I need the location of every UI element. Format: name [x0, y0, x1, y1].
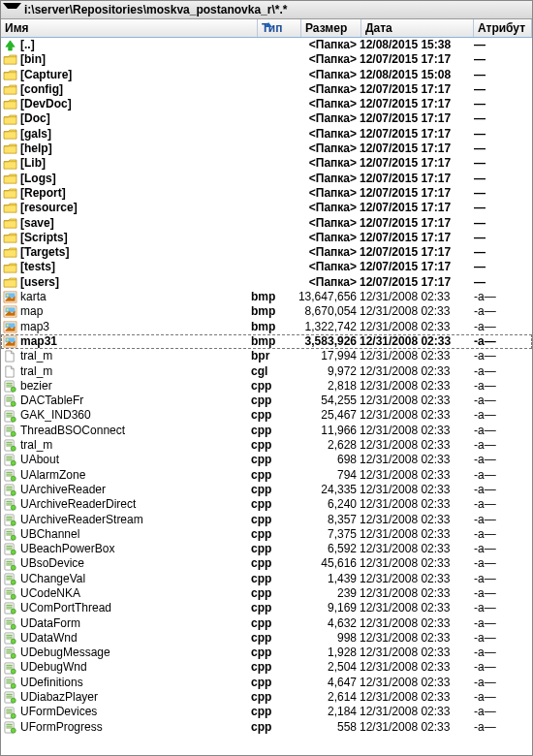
table-row[interactable]: UAlarmZonecpp79412/31/2008 02:33-a—: [1, 468, 532, 483]
svg-point-46: [11, 476, 16, 481]
file-ext: cpp: [251, 527, 297, 542]
table-row[interactable]: [Lib]<Папка>12/07/2015 17:17—: [1, 156, 532, 171]
svg-rect-48: [6, 487, 13, 488]
table-row[interactable]: [Doc]<Папка>12/07/2015 17:17—: [1, 111, 532, 126]
file-attr: -a—: [472, 690, 532, 705]
svg-rect-70: [6, 550, 13, 551]
svg-rect-110: [6, 668, 13, 669]
table-row[interactable]: UDefinitionscpp4,64712/31/2008 02:33-a—: [1, 676, 532, 690]
file-ext: bmp: [251, 334, 297, 349]
table-row[interactable]: [DevDoc]<Папка>12/07/2015 17:17—: [1, 97, 532, 111]
table-row[interactable]: UDebugWndcpp2,50412/31/2008 02:33-a—: [1, 660, 532, 675]
file-attr: -a—: [472, 483, 532, 497]
header-attr[interactable]: Атрибут: [474, 19, 532, 37]
table-row[interactable]: UFormProgresscpp55812/31/2008 02:33-a—: [1, 720, 532, 735]
file-size: 998: [297, 631, 360, 646]
file-date: 12/31/2008 02:33: [360, 705, 472, 719]
table-row[interactable]: ThreadBSOConnectcpp11,96612/31/2008 02:3…: [1, 424, 532, 438]
table-row[interactable]: tral_mcgl9,97212/31/2008 02:33-a—: [1, 364, 532, 379]
table-row[interactable]: [save]<Папка>12/07/2015 17:17—: [1, 216, 532, 231]
table-row[interactable]: [Report]<Папка>12/07/2015 17:17—: [1, 186, 532, 201]
table-row[interactable]: [tests]<Папка>12/07/2015 17:17—: [1, 260, 532, 274]
table-row[interactable]: UDataFormcpp4,63212/31/2008 02:33-a—: [1, 616, 532, 631]
table-row[interactable]: [Logs]<Папка>12/07/2015 17:17—: [1, 172, 532, 186]
file-date: 12/31/2008 02:33: [360, 646, 472, 660]
svg-point-5: [7, 309, 9, 311]
cpp-file-icon: [3, 587, 17, 600]
table-row[interactable]: [gals]<Папка>12/07/2015 17:17—: [1, 127, 532, 142]
header-size[interactable]: Размер: [301, 19, 361, 37]
file-size: <Папка>: [297, 111, 360, 126]
table-row[interactable]: UFormDevicescpp2,18412/31/2008 02:33-a—: [1, 705, 532, 719]
path-bar[interactable]: i:\server\Repositories\moskva_postanovka…: [1, 1, 532, 19]
cpp-file-icon: [3, 632, 17, 645]
file-name: map31: [20, 334, 57, 349]
file-attr: -a—: [472, 586, 532, 601]
file-name: [Doc]: [20, 111, 50, 126]
svg-rect-20: [6, 401, 13, 402]
table-row[interactable]: [..]<Папка>12/08/2015 15:38—: [1, 38, 532, 52]
svg-rect-60: [6, 520, 13, 520]
svg-rect-99: [6, 637, 13, 638]
file-ext: bmp: [251, 290, 297, 304]
file-date: 12/31/2008 02:33: [360, 483, 472, 497]
dropdown-icon[interactable]: [3, 3, 21, 17]
svg-point-21: [11, 402, 16, 407]
file-size: <Папка>: [297, 260, 360, 274]
file-attr: —: [472, 97, 532, 111]
table-row[interactable]: mapbmp8,670,05412/31/2008 02:33-a—: [1, 304, 532, 319]
file-date: 12/07/2015 17:17: [360, 127, 472, 142]
table-row[interactable]: [users]<Папка>12/07/2015 17:17—: [1, 275, 532, 290]
table-row[interactable]: GAK_IND360cpp25,46712/31/2008 02:33-a—: [1, 408, 532, 423]
table-row[interactable]: UChangeValcpp1,43912/31/2008 02:33-a—: [1, 572, 532, 586]
folder-icon: [3, 246, 17, 259]
svg-rect-25: [6, 416, 13, 417]
header-date[interactable]: Дата: [361, 19, 474, 37]
table-row[interactable]: UDebugMessagecpp1,92812/31/2008 02:33-a—: [1, 646, 532, 660]
table-row[interactable]: UDataWndcpp99812/31/2008 02:33-a—: [1, 631, 532, 646]
file-name: UArchiveReaderDirect: [20, 497, 136, 512]
table-row[interactable]: UArchiveReaderDirectcpp6,24012/31/2008 0…: [1, 497, 532, 512]
header-name[interactable]: Имя: [1, 19, 258, 37]
table-row[interactable]: [bin]<Папка>12/07/2015 17:17—: [1, 52, 532, 67]
file-date: 12/07/2015 17:17: [360, 156, 472, 171]
file-icon: [3, 350, 17, 362]
table-row[interactable]: map3bmp1,322,74212/31/2008 02:33-a—: [1, 320, 532, 334]
table-row[interactable]: [help]<Папка>12/07/2015 17:17—: [1, 142, 532, 156]
table-row[interactable]: UComPortThreadcpp9,16912/31/2008 02:33-a…: [1, 601, 532, 615]
table-row[interactable]: [Capture]<Папка>12/08/2015 15:08—: [1, 68, 532, 82]
table-row[interactable]: [Targets]<Папка>12/07/2015 17:17—: [1, 245, 532, 260]
table-row[interactable]: UBeachPowerBoxcpp6,59212/31/2008 02:33-a…: [1, 542, 532, 556]
table-row[interactable]: UArchiveReadercpp24,33512/31/2008 02:33-…: [1, 483, 532, 497]
file-ext: cpp: [251, 468, 297, 483]
file-date: 12/31/2008 02:33: [360, 364, 472, 379]
table-row[interactable]: DACTableFrcpp54,25512/31/2008 02:33-a—: [1, 394, 532, 408]
table-row[interactable]: UDiabazPlayercpp2,61412/31/2008 02:33-a—: [1, 690, 532, 705]
table-row[interactable]: tral_mbpr17,99412/31/2008 02:33-a—: [1, 349, 532, 363]
file-ext: cpp: [251, 497, 297, 512]
table-row[interactable]: [config]<Папка>12/07/2015 17:17—: [1, 82, 532, 97]
table-row[interactable]: UCodeNKAcpp23912/31/2008 02:33-a—: [1, 586, 532, 601]
svg-point-96: [11, 624, 16, 629]
table-row[interactable]: beziercpp2,81812/31/2008 02:33-a—: [1, 379, 532, 394]
table-row[interactable]: [resource]<Папка>12/07/2015 17:17—: [1, 201, 532, 215]
file-size: <Папка>: [297, 245, 360, 260]
folder-icon: [3, 113, 17, 126]
file-size: <Папка>: [297, 275, 360, 290]
file-date: 12/31/2008 02:33: [360, 438, 472, 453]
table-row[interactable]: tral_mcpp2,62812/31/2008 02:33-a—: [1, 438, 532, 453]
table-row[interactable]: [Scripts]<Папка>12/07/2015 17:17—: [1, 231, 532, 245]
table-row[interactable]: UBChannelcpp7,37512/31/2008 02:33-a—: [1, 527, 532, 542]
file-attr: -a—: [472, 676, 532, 690]
table-row[interactable]: UAboutcpp69812/31/2008 02:33-a—: [1, 453, 532, 467]
header-ext[interactable]: Тип: [258, 19, 301, 37]
file-list[interactable]: [..]<Папка>12/08/2015 15:38—[bin]<Папка>…: [1, 38, 532, 756]
table-row[interactable]: UBsoDevicecpp45,61612/31/2008 02:33-a—: [1, 556, 532, 571]
file-name: [help]: [20, 142, 52, 156]
table-row[interactable]: UArchiveReaderStreamcpp8,35712/31/2008 0…: [1, 513, 532, 527]
table-row[interactable]: kartabmp13,647,65612/31/2008 02:33-a—: [1, 290, 532, 304]
table-row[interactable]: map31bmp3,583,92612/31/2008 02:33-a—: [1, 334, 532, 349]
folder-icon: [3, 158, 17, 171]
file-date: 12/31/2008 02:33: [360, 497, 472, 512]
svg-rect-85: [6, 594, 13, 595]
